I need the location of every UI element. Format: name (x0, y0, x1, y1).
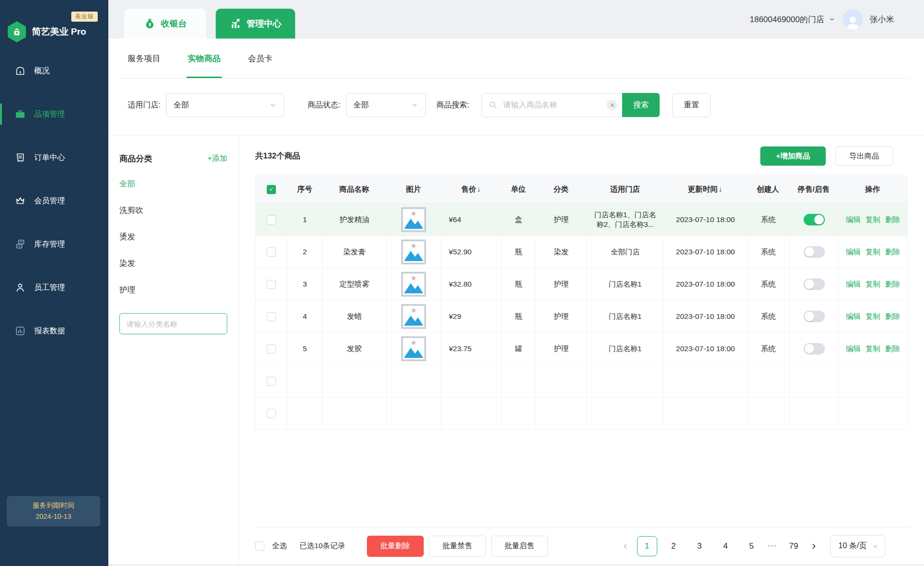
product-image-placeholder[interactable] (401, 271, 427, 297)
table-row: 1护发精油¥64盒护理门店名称1、门店名称2、门店名称3...2023-07-1… (256, 204, 908, 236)
row-checkbox[interactable] (267, 215, 276, 224)
page-button-2[interactable]: 2 (664, 536, 683, 556)
page-button-3[interactable]: 3 (690, 536, 709, 556)
table-row: 5发胶¥23.75罐护理门店名称12023-07-10 18:00系统编辑复制删… (256, 333, 908, 365)
tab-services[interactable]: 服务项目 (128, 39, 160, 78)
cell-updated (664, 397, 747, 429)
sidebar-item-staff[interactable]: 员工管理 (0, 277, 108, 298)
search-button[interactable]: 搜索 (622, 93, 660, 117)
edit-link[interactable]: 编辑 (846, 247, 861, 257)
status-toggle[interactable] (804, 343, 825, 355)
column-header-toggle: 停售/启售 (789, 175, 838, 203)
row-checkbox[interactable] (267, 409, 276, 418)
delete-link[interactable]: 删除 (885, 215, 900, 225)
store-switcher[interactable]: 18600469000的门店 (750, 14, 836, 25)
page-button-current[interactable]: 1 (637, 536, 657, 556)
copy-link[interactable]: 复制 (866, 215, 881, 225)
sidebar-item-orders[interactable]: 订单中心 (0, 147, 108, 168)
status-toggle[interactable] (804, 278, 825, 290)
cell-updated: 2023-07-10 18:00 (664, 333, 747, 365)
category-panel: 商品分类 +添加 全部洗剪吹烫发染发护理 (108, 136, 239, 564)
status-toggle[interactable] (804, 246, 825, 258)
next-page-icon[interactable] (810, 542, 819, 551)
category-item-wash[interactable]: 洗剪吹 (119, 205, 227, 216)
sidebar-item-items[interactable]: 品项管理 (0, 104, 108, 125)
tab-membercards[interactable]: 会员卡 (248, 39, 273, 78)
product-image-placeholder[interactable] (401, 336, 427, 362)
page-size-select[interactable]: 10 条/页 (830, 535, 885, 557)
cell-actions (839, 365, 908, 397)
admin-center-button[interactable]: 管理中心 (216, 9, 295, 39)
tab-goods[interactable]: 实物商品 (188, 39, 221, 78)
batch-disable-button[interactable]: 批量禁售 (429, 536, 486, 557)
batch-delete-button[interactable]: 批量删除 (367, 536, 424, 557)
batch-enable-button[interactable]: 批量启售 (491, 536, 548, 557)
sidebar-item-members[interactable]: 会员管理 (0, 190, 108, 211)
column-header-price[interactable]: 售价↓ (441, 175, 502, 203)
cell-toggle (790, 204, 839, 236)
product-image-placeholder[interactable] (401, 207, 427, 233)
cell-toggle (790, 236, 839, 268)
row-checkbox[interactable] (267, 280, 276, 289)
category-name-input[interactable] (119, 313, 227, 334)
product-image-placeholder[interactable] (401, 239, 427, 265)
cell-category: 护理 (536, 268, 587, 300)
status-toggle[interactable] (804, 311, 825, 322)
pagination-ellipsis[interactable]: ••• (768, 542, 778, 550)
add-product-button[interactable]: +增加商品 (760, 146, 826, 166)
clear-search-icon[interactable]: ✕ (607, 100, 617, 110)
cell-image (387, 236, 441, 268)
page-button-79[interactable]: 79 (784, 536, 803, 556)
column-label-toggle: 停售/启售 (798, 184, 830, 195)
copy-link[interactable]: 复制 (866, 312, 881, 322)
status-filter-select[interactable]: 全部 (346, 93, 426, 117)
edit-link[interactable]: 编辑 (846, 279, 861, 290)
product-image-placeholder[interactable] (401, 303, 427, 329)
sidebar-item-overview[interactable]: 概况 (0, 60, 108, 81)
edit-link[interactable]: 编辑 (846, 312, 861, 322)
row-checkbox[interactable] (267, 344, 276, 354)
select-all-checkbox[interactable]: ✓ (267, 185, 276, 194)
reset-button[interactable]: 重置 (672, 93, 711, 117)
row-checkbox[interactable] (267, 248, 276, 257)
select-all-checkbox-footer[interactable] (255, 541, 264, 551)
copy-link[interactable]: 复制 (866, 344, 881, 354)
sort-desc-icon[interactable]: ↓ (477, 185, 481, 194)
column-header-updated[interactable]: 更新时间↓ (664, 175, 747, 203)
column-label-updated: 更新时间 (688, 184, 717, 195)
category-item-all[interactable]: 全部 (119, 179, 227, 189)
delete-link[interactable]: 删除 (885, 312, 900, 322)
status-toggle[interactable] (804, 214, 825, 225)
store-filter-select[interactable]: 全部 (166, 93, 284, 117)
avatar[interactable] (843, 9, 863, 29)
delete-link[interactable]: 删除 (885, 344, 900, 354)
delete-link[interactable]: 删除 (885, 279, 900, 290)
page-button-4[interactable]: 4 (716, 536, 735, 556)
sidebar: 美业版 简艺美业 Pro 概况品项管理订单中心会员管理库存管理员工管理报表数据 … (0, 0, 108, 566)
sidebar-item-label: 会员管理 (34, 196, 65, 206)
cell-price (441, 365, 502, 397)
search-input[interactable] (502, 100, 607, 110)
category-item-perm[interactable]: 烫发 (119, 232, 227, 242)
row-checkbox[interactable] (267, 312, 276, 321)
edit-link[interactable]: 编辑 (846, 215, 861, 225)
sidebar-item-reports[interactable]: 报表数据 (0, 320, 108, 342)
sidebar-item-inventory[interactable]: 库存管理 (0, 234, 108, 255)
edit-link[interactable]: 编辑 (846, 344, 861, 354)
row-checkbox[interactable] (267, 377, 276, 386)
page-button-5[interactable]: 5 (742, 536, 761, 556)
sort-desc-icon[interactable]: ↓ (718, 185, 722, 194)
category-item-care[interactable]: 护理 (119, 285, 227, 295)
column-label-image: 图片 (406, 184, 421, 195)
svg-text:¥: ¥ (148, 22, 151, 27)
export-products-button[interactable]: 导出商品 (835, 146, 893, 166)
copy-link[interactable]: 复制 (866, 279, 881, 290)
cashier-button[interactable]: ¥ 收银台 (124, 9, 206, 39)
copy-link[interactable]: 复制 (866, 247, 881, 257)
category-item-dye[interactable]: 染发 (119, 258, 227, 269)
delete-link[interactable]: 删除 (885, 247, 900, 257)
prev-page-icon[interactable] (622, 542, 630, 551)
cell-name (323, 365, 387, 397)
cell-index: 5 (287, 333, 323, 365)
add-category-link[interactable]: +添加 (208, 154, 227, 164)
